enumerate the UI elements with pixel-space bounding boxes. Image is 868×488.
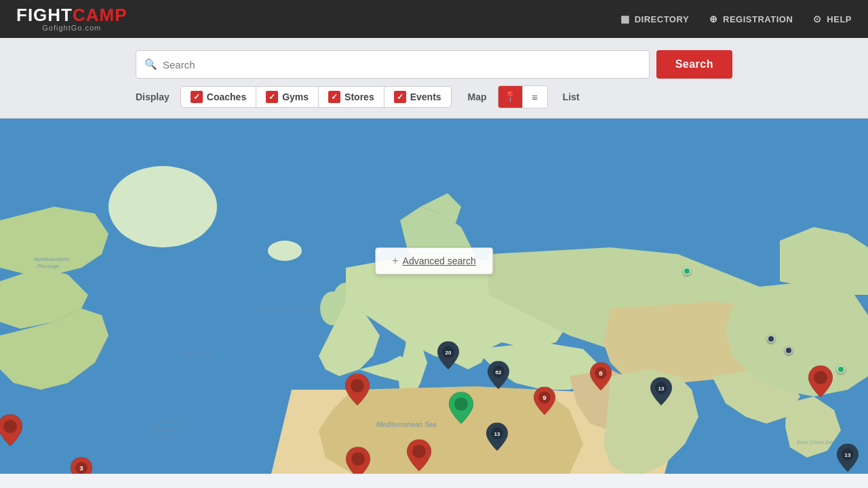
map-pin[interactable] (837, 365, 845, 373)
svg-point-2 (115, 200, 170, 241)
svg-point-23 (412, 445, 426, 458)
help-icon: ⊙ (812, 14, 823, 24)
logo-camp: CAMP (73, 5, 127, 25)
svg-text:9: 9 (542, 394, 547, 401)
coaches-label: Coaches (207, 92, 246, 102)
logo-subtitle: GofightGo.com (42, 24, 101, 32)
search-input[interactable] (163, 59, 641, 70)
map-pin[interactable] (0, 414, 22, 449)
search-button[interactable]: Search (656, 50, 732, 79)
svg-text:Norwegian Sea: Norwegian Sea (258, 305, 320, 313)
advanced-search-bar[interactable]: + Advanced search (375, 247, 493, 274)
svg-text:Sea of: Sea of (833, 397, 849, 403)
svg-text:Ocean: Ocean (156, 434, 177, 441)
header-nav: ▦ DIRECTORY ⊕ REGISTRATION ⊙ HELP (620, 14, 852, 24)
map-pin[interactable]: 9 (534, 386, 555, 418)
svg-text:East China Sea: East China Sea (797, 439, 835, 445)
map-pin[interactable] (808, 365, 833, 400)
svg-text:Mediterranean Sea: Mediterranean Sea (376, 421, 437, 428)
filter-chips: ✓ Coaches ✓ Gyms ✓ Stores ✓ Events (180, 86, 452, 108)
map-pin[interactable] (345, 373, 370, 408)
map-pin-icon: 📍 (504, 91, 517, 103)
filter-stores[interactable]: ✓ Stores (319, 87, 384, 107)
display-label: Display (136, 92, 170, 102)
stores-checkbox: ✓ (328, 91, 340, 103)
map-pin[interactable]: 3 (71, 457, 92, 474)
view-list-button[interactable]: ≡ (523, 86, 547, 108)
logo[interactable]: FIGHTCAMP GofightGo.com (16, 6, 127, 32)
map-pin[interactable]: 13 (486, 422, 508, 453)
registration-icon: ⊕ (708, 14, 719, 24)
svg-point-21 (351, 379, 364, 392)
events-label: Events (410, 92, 441, 102)
coaches-checkbox: ✓ (191, 91, 203, 103)
advanced-search-label: Advanced search (403, 256, 476, 266)
map-pin[interactable] (767, 335, 775, 343)
map-pin[interactable]: 8 (590, 362, 612, 393)
view-map-button[interactable]: 📍 (498, 86, 523, 108)
stores-label: Stores (344, 92, 374, 102)
filter-row: Display ✓ Coaches ✓ Gyms ✓ Stores ✓ Even… (136, 85, 732, 108)
nav-registration[interactable]: ⊕ REGISTRATION (708, 14, 793, 24)
svg-point-22 (351, 452, 365, 466)
svg-text:Northwestern: Northwestern (34, 256, 69, 262)
list-label: List (563, 92, 580, 102)
directory-icon: ▦ (620, 14, 631, 24)
map-pin[interactable] (683, 267, 691, 275)
gyms-label: Gyms (282, 92, 309, 102)
map-area[interactable]: Norwegian Sea Hudson Bay Northwestern Pa… (0, 119, 868, 474)
search-area: 🔍 Search Display ✓ Coaches ✓ Gyms ✓ Stor… (0, 38, 868, 119)
search-row: 🔍 Search (136, 50, 732, 79)
map-pin[interactable] (449, 392, 473, 426)
map-pin[interactable] (346, 447, 370, 474)
map-pin[interactable]: 13 (650, 377, 672, 408)
svg-point-7 (839, 336, 850, 356)
filter-coaches[interactable]: ✓ Coaches (181, 87, 256, 107)
filter-events[interactable]: ✓ Events (384, 87, 451, 107)
list-icon: ≡ (532, 92, 538, 103)
nav-help[interactable]: ⊙ HELP (812, 14, 852, 24)
svg-point-24 (814, 371, 827, 384)
gyms-checkbox: ✓ (266, 91, 278, 103)
view-toggle: 📍 ≡ (498, 85, 548, 108)
svg-text:Passage: Passage (37, 263, 60, 269)
svg-text:13: 13 (494, 431, 500, 437)
svg-point-3 (268, 241, 302, 261)
events-checkbox: ✓ (394, 91, 406, 103)
map-pin[interactable]: 20 (437, 341, 459, 372)
search-icon: 🔍 (144, 58, 157, 70)
map-pin[interactable] (785, 346, 793, 354)
svg-text:8: 8 (599, 369, 603, 377)
svg-text:13: 13 (658, 386, 665, 392)
svg-text:Atlantic: Atlantic (152, 426, 178, 433)
map-pin[interactable] (407, 439, 431, 474)
header: FIGHTCAMP GofightGo.com ▦ DIRECTORY ⊕ RE… (0, 0, 868, 38)
logo-fight: FIGHT (16, 5, 73, 25)
svg-text:3: 3 (79, 464, 83, 472)
svg-point-42 (454, 397, 468, 411)
map-pin[interactable]: 13 (837, 443, 859, 474)
svg-text:Hudson Bay: Hudson Bay (180, 350, 216, 357)
plus-icon: + (392, 255, 398, 267)
nav-directory[interactable]: ▦ DIRECTORY (620, 14, 689, 24)
map-pin[interactable]: 62 (488, 361, 509, 392)
map-label: Map (468, 92, 487, 102)
svg-text:20: 20 (446, 350, 452, 356)
svg-text:North: North (163, 418, 181, 425)
svg-text:62: 62 (496, 369, 502, 375)
svg-point-20 (3, 420, 17, 433)
filter-gyms[interactable]: ✓ Gyms (256, 87, 319, 107)
search-input-wrap: 🔍 (136, 50, 650, 79)
map-svg: Norwegian Sea Hudson Bay Northwestern Pa… (0, 119, 868, 474)
svg-text:13: 13 (845, 452, 851, 458)
